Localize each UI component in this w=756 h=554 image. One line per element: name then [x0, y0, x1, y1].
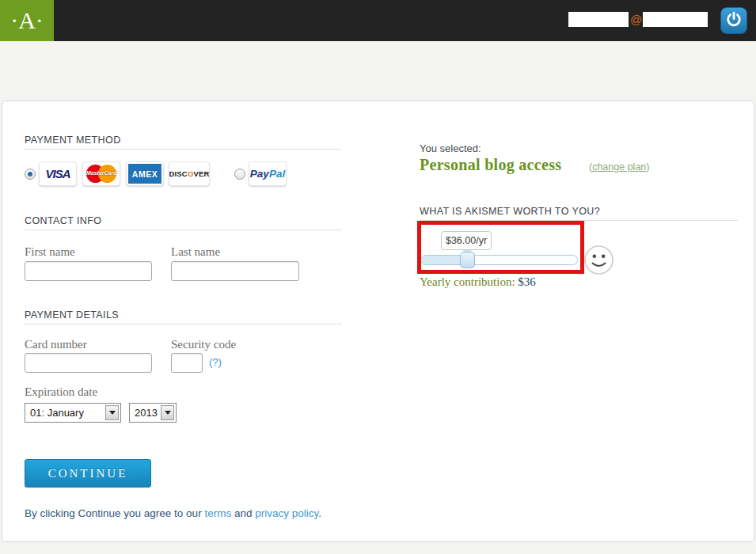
first-name-label: First name	[25, 245, 75, 259]
expiration-year-value: 2013	[130, 407, 161, 419]
month-dropdown-button[interactable]	[105, 405, 119, 420]
email-user-redacted	[568, 12, 629, 27]
card-number-label: Card number	[25, 338, 87, 351]
page: ·A· @ PAYMENT METHOD VISA MasterCard AME…	[0, 0, 756, 554]
logout-button[interactable]	[720, 7, 747, 34]
smiley-face-icon	[583, 245, 614, 279]
last-name-label: Last name	[171, 245, 220, 259]
discover-icon: DISCOVER	[169, 169, 209, 178]
visa-card-icon[interactable]: VISA	[39, 161, 77, 186]
card-number-input[interactable]	[25, 353, 152, 373]
contribution-amount: $36	[518, 275, 536, 288]
expiration-year-select[interactable]: 2013	[129, 403, 177, 423]
amex-icon: AMEX	[128, 164, 161, 184]
power-icon	[725, 10, 743, 31]
last-name-input[interactable]	[171, 261, 299, 281]
expiration-date-label: Expiration date	[25, 385, 97, 399]
year-dropdown-button[interactable]	[161, 405, 174, 420]
email-at-separator: @	[629, 12, 643, 27]
slider-value-tooltip: $36.00/yr	[441, 231, 492, 250]
security-code-help-link[interactable]: (?)	[209, 356, 222, 368]
discover-card-icon[interactable]: DISCOVER	[169, 161, 210, 186]
paypal-radio[interactable]	[234, 169, 245, 180]
slider-handle[interactable]	[460, 252, 475, 268]
contribution-slider[interactable]	[420, 255, 578, 265]
mastercard-card-icon[interactable]: MasterCard	[82, 161, 120, 186]
legal-text: By clicking Continue you agree to our te…	[25, 507, 321, 519]
change-plan-link[interactable]: (change plan)	[589, 161, 649, 173]
privacy-policy-link[interactable]: privacy policy	[255, 507, 318, 519]
chevron-down-icon	[109, 411, 116, 415]
you-selected-label: You selected:	[420, 142, 481, 154]
payment-details-title: PAYMENT DETAILS	[25, 309, 119, 321]
payment-method-title: PAYMENT METHOD	[25, 135, 121, 146]
expiration-month-select[interactable]: 01: January	[25, 403, 121, 423]
header-bar: ·A· @	[0, 0, 756, 41]
paypal-card-icon[interactable]: PayPal	[249, 161, 287, 186]
mastercard-icon: MasterCard	[86, 165, 116, 183]
chevron-down-icon	[165, 411, 171, 415]
yearly-contribution: Yearly contribution: $36	[420, 275, 536, 289]
contact-info-divider	[25, 230, 342, 230]
worth-divider	[420, 220, 738, 221]
payment-method-divider	[25, 149, 342, 150]
email-domain-redacted	[643, 12, 708, 27]
credit-card-radio[interactable]	[25, 169, 36, 180]
visa-icon: VISA	[45, 167, 70, 180]
expiration-month-value: 01: January	[25, 407, 105, 419]
security-code-label: Security code	[171, 338, 236, 351]
payment-details-divider	[25, 324, 342, 324]
security-code-input[interactable]	[171, 353, 203, 373]
amex-card-icon[interactable]: AMEX	[126, 161, 164, 186]
plan-name: Personal blog access	[420, 156, 561, 174]
continue-button[interactable]: CONTINUE	[25, 459, 151, 488]
akismet-logo[interactable]: ·A·	[0, 0, 54, 41]
contact-info-title: CONTACT INFO	[25, 215, 101, 226]
first-name-input[interactable]	[25, 261, 152, 281]
worth-title: WHAT IS AKISMET WORTH TO YOU?	[420, 206, 600, 217]
terms-link[interactable]: terms	[204, 507, 231, 519]
paypal-icon: PayPal	[250, 168, 285, 180]
